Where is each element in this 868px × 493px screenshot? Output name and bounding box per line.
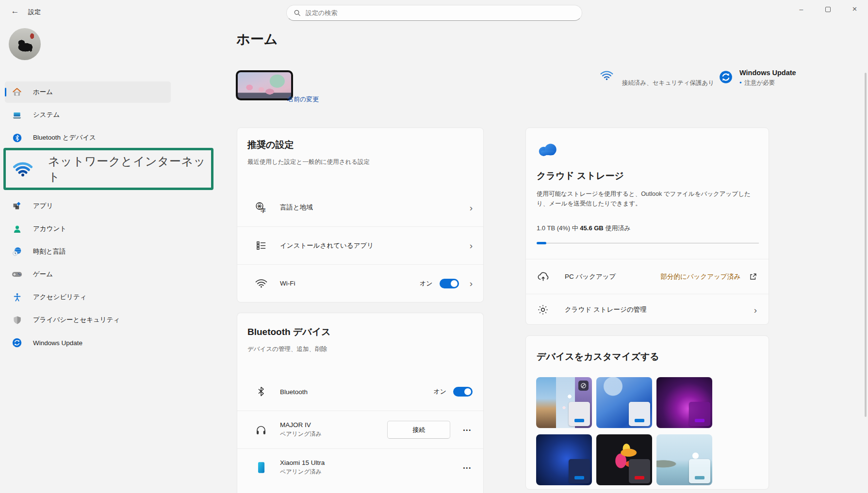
backup-cloud-icon — [537, 270, 549, 283]
row-wifi[interactable]: Wi-Fi オン › — [237, 264, 483, 302]
network-status-text: 接続済み、セキュリティ保護あり — [622, 79, 714, 87]
desktop-preview-overlay — [689, 402, 710, 426]
window-controls: – × — [788, 0, 868, 18]
card-subtitle: 最近使用した設定と一般的に使用される設定 — [247, 158, 370, 166]
sidebar-item-network[interactable]: ネットワークとインターネット — [48, 154, 211, 185]
wifi-toggle[interactable] — [440, 279, 459, 288]
settings-search[interactable] — [286, 5, 582, 21]
cloud-description: 使用可能なストレージを使用すると、Outlook でファイルをバックアップしたり… — [537, 189, 761, 208]
sidebar-item-bluetooth-devices[interactable]: Bluetooth とデバイス — [5, 127, 171, 148]
row-label: クラウド ストレージの管理 — [565, 305, 647, 314]
row-installed-apps[interactable]: インストールされているアプリ › — [237, 226, 483, 264]
device-status: ペアリング済み — [280, 430, 322, 438]
theme-thumbnail-windows-blue[interactable] — [596, 377, 652, 428]
user-avatar — [9, 28, 41, 60]
windows-update-icon — [12, 337, 22, 348]
storage-progress-bar — [537, 241, 759, 244]
windows-update-icon — [719, 70, 733, 84]
cloud-storage-card: クラウド ストレージ 使用可能なストレージを使用すると、Outlook でファイ… — [525, 127, 769, 325]
installed-apps-icon — [255, 240, 267, 251]
more-options-button[interactable]: ••• — [462, 462, 473, 474]
external-link-icon — [749, 273, 757, 281]
maximize-icon — [825, 7, 831, 12]
network-status[interactable]: 接続済み、セキュリティ保護あり — [600, 70, 714, 87]
row-label: インストールされているアプリ — [280, 241, 374, 250]
row-language-region[interactable]: A字 言語と地域 › — [237, 189, 483, 226]
row-label: Bluetooth — [280, 388, 308, 396]
chevron-right-icon: › — [470, 241, 473, 250]
backup-status-text: 部分的にバックアップ済み — [660, 272, 740, 281]
taskbar-pill — [574, 419, 584, 422]
wifi-status-icon — [600, 70, 613, 80]
sidebar-item-accounts[interactable]: アカウント — [5, 218, 171, 239]
bluetooth-icon — [255, 386, 267, 397]
row-bluetooth-toggle[interactable]: Bluetooth オン — [237, 373, 483, 411]
back-button[interactable]: ← — [7, 4, 23, 18]
sidebar-nav-bottom: アプリ アカウント 時刻と言語 ゲーム アクセシビリティ プライバシーとセキュリ… — [5, 195, 171, 355]
windows-update-status[interactable]: Windows Update •注意が必要 — [719, 69, 796, 87]
row-pc-backup[interactable]: PC バックアップ 部分的にバックアップ済み — [526, 259, 769, 294]
headphones-icon — [255, 424, 267, 436]
theme-thumbnail-purple-glow[interactable] — [656, 377, 712, 428]
bluetooth-icon — [12, 132, 22, 143]
phone-icon — [255, 461, 267, 474]
sidebar-item-apps[interactable]: アプリ — [5, 195, 171, 217]
maximize-button[interactable] — [815, 0, 841, 18]
toggle-state-label: オン — [420, 279, 433, 288]
account-icon — [12, 223, 22, 234]
sidebar-item-home[interactable]: ホーム — [5, 81, 171, 103]
row-label: 言語と地域 — [280, 203, 313, 212]
sidebar-item-gaming[interactable]: ゲーム — [5, 264, 171, 285]
card-subtitle: デバイスの管理、追加、削除 — [247, 345, 327, 353]
taskbar-pill — [695, 476, 704, 479]
sidebar-item-privacy[interactable]: プライバシーとセキュリティ — [5, 309, 171, 331]
cloud-icon — [537, 142, 559, 159]
minimize-button[interactable]: – — [788, 0, 815, 18]
row-manage-cloud-storage[interactable]: クラウド ストレージの管理 › — [526, 294, 769, 325]
desktop-preview-overlay — [689, 459, 710, 483]
vertical-scrollbar[interactable] — [865, 73, 867, 417]
desktop-preview-overlay — [569, 459, 590, 483]
bluetooth-toggle[interactable] — [453, 387, 473, 397]
sidebar-item-label: プライバシーとセキュリティ — [33, 316, 120, 324]
sidebar-nav-top: ホーム システム Bluetooth とデバイス — [5, 81, 171, 150]
theme-thumbnail-lake-light[interactable] — [656, 434, 712, 485]
theme-thumbnail-dark-blue[interactable] — [536, 434, 592, 485]
storage-progress-fill — [537, 242, 546, 244]
card-title: デバイスをカスタマイズする — [537, 350, 659, 363]
sidebar-item-system[interactable]: システム — [5, 104, 171, 126]
theme-thumbnail-bloom-light[interactable] — [536, 377, 592, 428]
row-device-xiaomi[interactable]: Xiaomi 15 Ultra ペアリング済み ••• — [237, 448, 483, 486]
row-label: PC バックアップ — [565, 272, 616, 281]
theme-thumbnail-grid — [536, 377, 712, 485]
device-name: Xiaomi 15 Ultra — [280, 459, 325, 466]
rename-device-link[interactable]: 名前の変更 — [287, 95, 319, 104]
sidebar-item-label: 時刻と言語 — [33, 247, 66, 256]
time-language-icon — [12, 246, 22, 257]
accessibility-icon — [12, 292, 22, 302]
sidebar-item-time-language[interactable]: 時刻と言語 — [5, 241, 171, 262]
storage-usage-text: 1.0 TB (4%) 中 45.6 GB 使用済み — [537, 224, 631, 233]
card-title: 推奨の設定 — [247, 139, 294, 151]
sidebar-item-label: アプリ — [33, 202, 53, 210]
gear-icon — [537, 304, 549, 316]
taskbar-pill — [574, 476, 584, 479]
taskbar-pill — [635, 476, 644, 479]
device-name: MAJOR IV — [280, 421, 322, 429]
customize-device-card: デバイスをカスタマイズする — [525, 335, 769, 490]
connect-button[interactable]: 接続 — [387, 421, 450, 439]
more-options-button[interactable]: ••• — [462, 424, 473, 436]
theme-thumbnail-flower-dark[interactable] — [596, 434, 652, 485]
desktop-preview-overlay — [629, 402, 650, 426]
chevron-right-icon: › — [470, 203, 473, 212]
search-input[interactable] — [306, 9, 575, 16]
sidebar-item-label: システム — [33, 111, 60, 119]
device-wallpaper-preview — [236, 70, 293, 100]
chevron-right-icon: › — [470, 279, 473, 288]
close-button[interactable]: × — [841, 0, 868, 18]
annotation-highlight-network: ネットワークとインターネット — [3, 148, 213, 190]
row-device-major-iv[interactable]: MAJOR IV ペアリング済み 接続 ••• — [237, 411, 483, 448]
wifi-icon — [255, 279, 267, 288]
sidebar-item-windows-update[interactable]: Windows Update — [5, 332, 171, 353]
sidebar-item-accessibility[interactable]: アクセシビリティ — [5, 286, 171, 308]
